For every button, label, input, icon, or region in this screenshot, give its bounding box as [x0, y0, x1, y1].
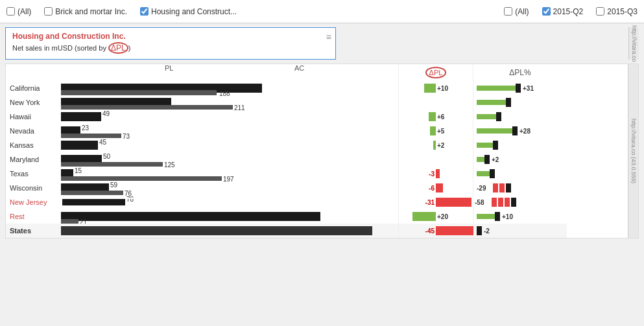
filter-brick[interactable]: Brick and mortar Inc. — [44, 7, 127, 16]
filter-housing[interactable]: Housing and Construct... — [140, 7, 237, 16]
delta-pct-header-label: ΔPL% — [509, 68, 531, 77]
filter-all-2-label: (All) — [515, 7, 529, 16]
filter-q2[interactable]: 2015-Q2 — [542, 7, 584, 16]
pct-dark-dot-hawaii — [496, 112, 501, 121]
pct-dark-dot-states — [477, 226, 482, 235]
pct-dark-dot-kansas — [493, 141, 498, 150]
outline-newjersey — [61, 198, 145, 207]
filter-all-2-checkbox[interactable] — [504, 7, 512, 16]
bar-row-maryland: 50 125 — [61, 152, 398, 167]
pl-val-kansas: 45 — [99, 139, 106, 146]
row-label-maryland: Maryland — [6, 152, 61, 167]
ac-bar-texas — [61, 176, 222, 181]
pl-bar-kansas — [61, 141, 98, 150]
pct-dark-dot-newyork — [506, 98, 511, 107]
pct-green-bar-california — [477, 86, 516, 91]
drag-handle[interactable]: ≡ — [326, 32, 331, 42]
delta-pos-bar-nevada — [430, 126, 436, 135]
pct-red-dot2-nj — [498, 198, 503, 207]
filter-q2-checkbox[interactable] — [542, 7, 551, 16]
delta-pct-newyork — [473, 95, 567, 110]
delta-pct-states: -2 — [473, 224, 567, 238]
pct-dark-dot-california — [516, 84, 521, 93]
pl-bar-states — [61, 226, 372, 235]
delta-pl-newyork — [399, 95, 473, 110]
bar-row-kansas: 45 — [61, 138, 398, 152]
delta-pos-bar-california — [424, 84, 436, 93]
delta-pct-california: +31 — [473, 81, 567, 95]
pct-red-dot2-wisconsin — [499, 183, 505, 192]
bar-row-newjersey: 78 — [61, 195, 398, 209]
url-sidebar-chart: http://vitara.co (43.0.559) — [628, 64, 638, 238]
pct-green-bar-hawaii — [477, 114, 496, 119]
row-label-newjersey: New Jersey — [6, 195, 61, 209]
delta-pl-section: ΔPL +10 +6 +5 +2 — [398, 64, 473, 238]
delta-neg-bar-newjersey — [436, 198, 471, 207]
delta-pos-bar-hawaii — [429, 112, 436, 121]
pl-val-maryland: 50 — [103, 153, 110, 160]
bar-header: PL AC — [61, 64, 398, 81]
delta-pct-maryland: +2 — [473, 152, 567, 167]
delta-pos-bar-rest — [412, 212, 436, 221]
pct-dark-dot-maryland — [484, 155, 490, 164]
info-box: Housing and Construction Inc. Net sales … — [5, 27, 336, 60]
pct-red-dot1-wisconsin — [493, 183, 498, 192]
delta-pl-texas: -3 — [399, 167, 473, 181]
filter-all-2[interactable]: (All) — [504, 7, 529, 16]
delta-pct-header: ΔPL% — [473, 64, 567, 81]
filter-q3-checkbox[interactable] — [596, 7, 604, 16]
delta-val-california: +10 — [436, 85, 448, 92]
filter-housing-checkbox[interactable] — [140, 7, 149, 16]
ac-bar-nevada — [61, 134, 121, 138]
row-label-header — [6, 64, 61, 81]
filter-all-1-checkbox[interactable] — [6, 7, 15, 16]
row-label-texas: Texas — [6, 167, 61, 181]
delta-val-states: -45 — [425, 227, 435, 235]
pct-red-dot1-nj — [492, 198, 497, 207]
pl-val-wisconsin: 59 — [110, 181, 117, 189]
delta-pl-maryland — [399, 152, 473, 167]
filter-brick-label: Brick and mortar Inc. — [55, 7, 127, 16]
pct-green-bar-newyork — [477, 100, 506, 105]
delta-val-wisconsin: -6 — [429, 185, 435, 192]
row-label-rest: Rest — [6, 209, 61, 224]
delta-val-hawaii: +6 — [436, 113, 444, 121]
delta-neg-bar-texas — [436, 169, 440, 178]
pct-green-bar-texas — [477, 171, 490, 176]
delta-val-nevada: +5 — [436, 128, 444, 135]
bar-chart: PL AC 188 131 211 49 — [61, 64, 398, 238]
pct-val-nevada: +28 — [519, 128, 531, 135]
delta-pl-header: ΔPL — [399, 64, 473, 81]
pl-val-nevada: 23 — [82, 124, 89, 132]
row-label-california: California — [6, 81, 61, 95]
filter-bar: (All) Brick and mortar Inc. Housing and … — [0, 0, 644, 23]
delta-pl-wisconsin: -6 — [399, 181, 473, 195]
pl-bar-rest — [61, 212, 320, 221]
delta-pct-section: ΔPL% +31 +28 — [473, 64, 567, 238]
row-label-states: States — [6, 224, 61, 238]
pct-dark-dot-nj — [511, 198, 516, 207]
pct-val-california: +31 — [523, 85, 534, 92]
pct-val-rest: +10 — [502, 213, 513, 220]
ac-bar-newyork — [61, 105, 233, 110]
main-content: Housing and Construction Inc. Net sales … — [0, 23, 644, 242]
bar-row-states — [61, 224, 398, 238]
filter-brick-checkbox[interactable] — [44, 7, 53, 16]
pct-val-maryland: +2 — [492, 156, 499, 163]
delta-highlight: ΔPL — [108, 42, 128, 54]
delta-pct-kansas — [473, 138, 567, 152]
row-labels: California New York Hawaii Nevada Kansas… — [6, 64, 61, 238]
pct-val-wisconsin: -29 — [477, 185, 486, 192]
filter-housing-label: Housing and Construct... — [151, 7, 237, 16]
pct-green-bar-nevada — [477, 128, 512, 134]
bar-row-texas: 15 197 — [61, 167, 398, 181]
pct-green-bar-kansas — [477, 143, 493, 148]
delta-val-texas: -3 — [429, 170, 435, 178]
info-subtitle: Net sales in mUSD (sorted by ΔPL) — [12, 42, 329, 54]
pl-header-label: PL — [165, 64, 173, 72]
filter-all-1[interactable]: (All) — [6, 7, 31, 16]
delta-pl-hawaii: +6 — [399, 110, 473, 124]
delta-pl-states: -45 — [399, 224, 473, 238]
pct-dark-dot-rest — [495, 212, 500, 221]
filter-q3[interactable]: 2015-Q3 — [596, 7, 638, 16]
